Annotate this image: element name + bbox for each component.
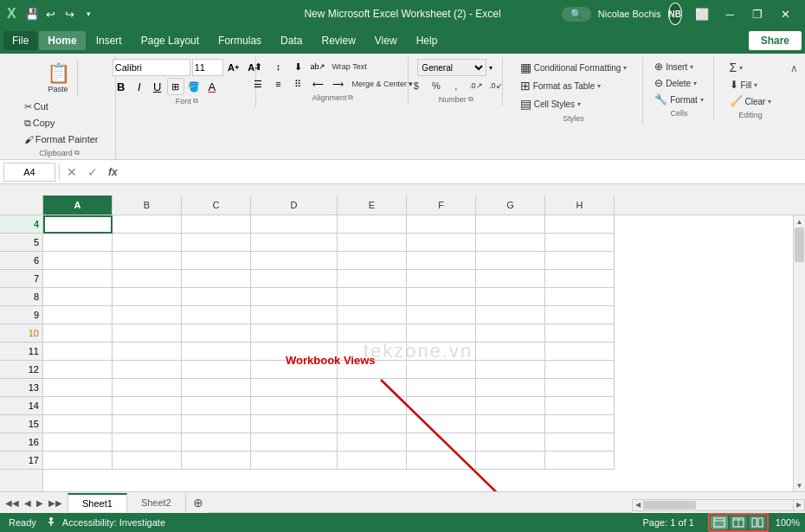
row-header-11[interactable]: 11 <box>0 343 42 361</box>
number-format-select[interactable]: General <box>417 59 486 76</box>
increase-indent-btn[interactable]: ⟶ <box>328 76 347 92</box>
scroll-up-btn[interactable]: ▲ <box>794 215 805 228</box>
format-as-table-btn[interactable]: ⊞ Format as Table ▾ <box>515 77 607 94</box>
col-header-d[interactable]: D <box>251 195 338 215</box>
cell-f6[interactable] <box>407 252 476 270</box>
cell-c15[interactable] <box>182 415 251 433</box>
cell-h4[interactable] <box>545 215 615 234</box>
wrap-text-btn[interactable]: Wrap Text <box>328 59 370 74</box>
cell-h11[interactable] <box>545 343 615 361</box>
cell-e16[interactable] <box>338 433 407 452</box>
formula-input[interactable] <box>125 163 802 182</box>
search-box[interactable]: 🔍 <box>562 7 591 22</box>
row-header-8[interactable]: 8 <box>0 288 42 306</box>
cell-c17[interactable] <box>182 452 251 470</box>
cell-b11[interactable] <box>113 343 182 361</box>
cell-d13[interactable] <box>251 379 338 397</box>
scrollbar-track[interactable] <box>794 228 805 479</box>
cell-b6[interactable] <box>113 252 182 270</box>
cell-d11[interactable] <box>251 343 338 361</box>
normal-view-btn[interactable] <box>711 516 728 529</box>
increase-decimal-btn[interactable]: .0↗ <box>467 78 486 93</box>
font-name-select[interactable] <box>113 59 190 76</box>
cell-a5[interactable] <box>43 234 113 252</box>
row-header-6[interactable]: 6 <box>0 252 42 270</box>
cell-c4[interactable] <box>182 215 251 234</box>
cell-h15[interactable] <box>545 415 615 433</box>
undo-btn[interactable]: ↩ <box>44 7 58 21</box>
cell-g7[interactable] <box>476 270 545 288</box>
cell-h10[interactable] <box>545 324 615 343</box>
cell-e7[interactable] <box>338 270 407 288</box>
menu-help[interactable]: Help <box>408 31 447 50</box>
scrollbar-thumb[interactable] <box>795 228 804 262</box>
col-header-g[interactable]: G <box>476 195 545 215</box>
cut-button[interactable]: ✂Cut <box>21 99 102 114</box>
align-middle-btn[interactable]: ↕ <box>268 59 287 74</box>
cell-h12[interactable] <box>545 361 615 379</box>
cell-c9[interactable] <box>182 306 251 324</box>
cell-g6[interactable] <box>476 252 545 270</box>
font-expand-icon[interactable]: ⧉ <box>193 97 198 106</box>
cell-g12[interactable] <box>476 361 545 379</box>
cell-d17[interactable] <box>251 452 338 470</box>
cell-a12[interactable] <box>43 361 113 379</box>
cell-a15[interactable] <box>43 415 113 433</box>
cell-a14[interactable] <box>43 397 113 415</box>
cell-f15[interactable] <box>407 415 476 433</box>
cell-b14[interactable] <box>113 397 182 415</box>
cell-a7[interactable] <box>43 270 113 288</box>
cell-b5[interactable] <box>113 234 182 252</box>
cell-e8[interactable] <box>338 288 407 306</box>
col-header-e[interactable]: E <box>338 195 407 215</box>
row-header-5[interactable]: 5 <box>0 234 42 252</box>
cell-a11[interactable] <box>43 343 113 361</box>
cell-g5[interactable] <box>476 234 545 252</box>
cell-c8[interactable] <box>182 288 251 306</box>
cell-f4[interactable] <box>407 215 476 234</box>
cell-f7[interactable] <box>407 270 476 288</box>
h-scrollbar-thumb[interactable] <box>644 501 696 510</box>
page-layout-view-btn[interactable] <box>730 516 747 529</box>
cell-styles-btn[interactable]: ▤ Cell Styles ▾ <box>515 95 586 112</box>
cell-g9[interactable] <box>476 306 545 324</box>
paste-button[interactable]: 📋 Paste <box>42 59 78 97</box>
cell-h7[interactable] <box>545 270 615 288</box>
cell-a4[interactable] <box>43 215 113 234</box>
cell-a13[interactable] <box>43 379 113 397</box>
row-header-12[interactable]: 12 <box>0 361 42 379</box>
row-header-16[interactable]: 16 <box>0 433 42 452</box>
cell-h17[interactable] <box>545 452 615 470</box>
cell-e12[interactable] <box>338 361 407 379</box>
quick-save-btn[interactable]: 💾 <box>25 7 39 21</box>
cell-d9[interactable] <box>251 306 338 324</box>
cell-g10[interactable] <box>476 324 545 343</box>
horizontal-scrollbar[interactable]: ◀ ▶ <box>632 499 805 511</box>
cell-c12[interactable] <box>182 361 251 379</box>
cell-a17[interactable] <box>43 452 113 470</box>
cell-f12[interactable] <box>407 361 476 379</box>
clipboard-expand-icon[interactable]: ⧉ <box>74 149 80 157</box>
cell-e5[interactable] <box>338 234 407 252</box>
user-avatar[interactable]: NB <box>668 3 682 25</box>
add-sheet-btn[interactable]: ⊕ <box>188 493 209 512</box>
cell-b9[interactable] <box>113 306 182 324</box>
cell-c13[interactable] <box>182 379 251 397</box>
cell-e6[interactable] <box>338 252 407 270</box>
row-header-14[interactable]: 14 <box>0 397 42 415</box>
minimize-btn[interactable]: ─ <box>717 4 743 23</box>
currency-btn[interactable]: $ <box>407 78 426 93</box>
scroll-right-btn[interactable]: ▶ <box>793 499 805 511</box>
confirm-formula-icon[interactable]: ✓ <box>84 163 101 181</box>
sheet-tab-sheet2[interactable]: Sheet2 <box>127 493 186 512</box>
menu-data[interactable]: Data <box>272 31 311 50</box>
align-right-btn[interactable]: ⠿ <box>288 76 307 92</box>
bold-btn[interactable]: B <box>113 78 130 95</box>
cell-c14[interactable] <box>182 397 251 415</box>
cell-d14[interactable] <box>251 397 338 415</box>
cell-b17[interactable] <box>113 452 182 470</box>
menu-formulas[interactable]: Formulas <box>209 31 270 50</box>
cell-c6[interactable] <box>182 252 251 270</box>
cell-a6[interactable] <box>43 252 113 270</box>
h-scrollbar-track[interactable] <box>644 499 793 511</box>
